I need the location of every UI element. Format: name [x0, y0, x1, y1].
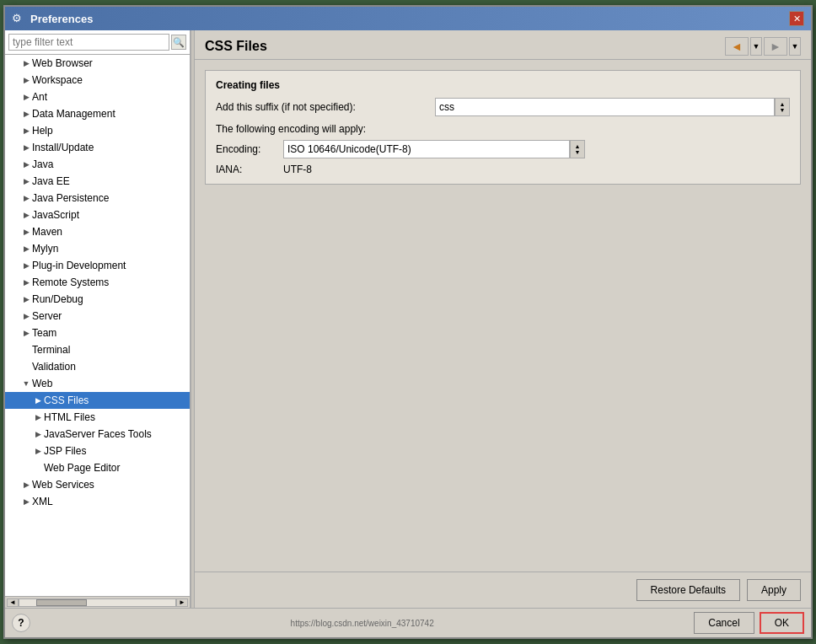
filter-clear-button[interactable]: 🔍 [171, 35, 186, 50]
iana-value: UTF-8 [283, 164, 312, 175]
sidebar-item-workspace[interactable]: Workspace [5, 72, 190, 89]
arrow-icon [20, 74, 32, 86]
left-panel: 🔍 Web Browser Workspace Ant [5, 30, 191, 608]
suffix-input[interactable] [435, 98, 775, 116]
title-bar-left: ⚙ Preferences [12, 12, 93, 25]
sidebar-item-label: Remote Systems [32, 276, 109, 288]
page-title: CSS Files [205, 39, 267, 54]
sidebar-item-label: Terminal [32, 344, 70, 356]
close-button[interactable]: ✕ [789, 11, 804, 26]
sidebar-item-javaserver-faces-tools[interactable]: JavaServer Faces Tools [5, 426, 190, 443]
sidebar-item-run-debug[interactable]: Run/Debug [5, 291, 190, 308]
arrow-icon [20, 310, 32, 322]
arrow-icon [20, 496, 32, 507]
sidebar-item-label: Web Browser [32, 57, 93, 69]
help-button[interactable]: ? [12, 614, 30, 632]
sidebar-item-label: Server [32, 310, 62, 322]
sidebar-item-html-files[interactable]: HTML Files [5, 409, 190, 426]
arrow-icon [20, 91, 32, 103]
sidebar-item-label: Java [32, 158, 53, 170]
horizontal-scrollbar[interactable]: ◄ ► [5, 596, 190, 608]
iana-label: IANA: [216, 164, 283, 175]
sidebar-item-xml[interactable]: XML [5, 493, 190, 510]
footer-buttons: Cancel OK [694, 612, 804, 634]
sidebar-item-server[interactable]: Server [5, 308, 190, 325]
restore-defaults-button[interactable]: Restore Defaults [636, 579, 740, 601]
sidebar-item-validation[interactable]: Validation [5, 358, 190, 375]
sidebar-item-label: HTML Files [44, 411, 95, 423]
scroll-right-btn[interactable]: ► [176, 598, 188, 607]
arrow-icon [32, 428, 44, 440]
sidebar-item-java-ee[interactable]: Java EE [5, 173, 190, 190]
arrow-icon [20, 226, 32, 238]
arrow-icon [20, 293, 32, 305]
sidebar-item-label: Install/Update [32, 142, 94, 153]
sidebar-item-label: Help [32, 125, 53, 137]
arrow-icon [32, 394, 44, 406]
arrow-icon [32, 411, 44, 423]
title-bar: ⚙ Preferences ✕ [5, 7, 811, 30]
sidebar-item-java[interactable]: Java [5, 156, 190, 173]
sidebar-item-label: Mylyn [32, 243, 58, 255]
arrow-icon [20, 142, 32, 153]
sidebar-item-label: Team [32, 327, 56, 339]
sidebar-item-web-services[interactable]: Web Services [5, 476, 190, 493]
scroll-thumb[interactable] [36, 599, 87, 606]
sidebar-item-label: CSS Files [44, 394, 89, 406]
sidebar-item-maven[interactable]: Maven [5, 223, 190, 240]
arrow-icon [20, 192, 32, 204]
nav-back-button[interactable]: ◄ [725, 37, 749, 56]
sidebar-item-remote-systems[interactable]: Remote Systems [5, 274, 190, 291]
creating-files-legend: Creating files [216, 79, 790, 91]
sidebar-item-javascript[interactable]: JavaScript [5, 207, 190, 223]
scroll-track [19, 598, 176, 607]
sidebar-item-plugin-development[interactable]: Plug-in Development [5, 257, 190, 274]
sidebar-item-css-files[interactable]: CSS Files [5, 392, 190, 409]
sidebar-item-terminal[interactable]: Terminal [5, 341, 190, 358]
sidebar-item-label: Run/Debug [32, 293, 83, 305]
sidebar-item-label: Java Persistence [32, 192, 109, 204]
sidebar-item-label: Ant [32, 91, 47, 103]
forward-arrow-icon: ► [770, 40, 781, 53]
nav-forward-button[interactable]: ► [764, 37, 787, 56]
sidebar-item-java-persistence[interactable]: Java Persistence [5, 190, 190, 207]
nav-back-dropdown[interactable]: ▼ [750, 37, 762, 56]
filter-input[interactable] [8, 34, 169, 51]
sidebar-item-label: Validation [32, 361, 76, 373]
nav-forward-dropdown[interactable]: ▼ [789, 37, 801, 56]
iana-row: IANA: UTF-8 [216, 164, 790, 175]
footer-url: https://blog.csdn.net/weixin_43710742 [291, 619, 434, 628]
encoding-spinner[interactable]: ▲ ▼ [570, 140, 585, 158]
apply-button[interactable]: Apply [747, 579, 801, 601]
arrow-icon [32, 462, 44, 474]
sidebar-item-mylyn[interactable]: Mylyn [5, 240, 190, 257]
right-panel: CSS Files ◄ ▼ ► ▼ [195, 30, 811, 608]
sidebar-item-label: Web Services [32, 479, 94, 491]
dialog-icon: ⚙ [12, 12, 25, 25]
sidebar-item-team[interactable]: Team [5, 325, 190, 341]
sidebar-item-ant[interactable]: Ant [5, 89, 190, 105]
sidebar-item-data-management[interactable]: Data Management [5, 105, 190, 122]
scroll-left-btn[interactable]: ◄ [7, 598, 19, 607]
sidebar-item-jsp-files[interactable]: JSP Files [5, 443, 190, 459]
suffix-spinner[interactable]: ▲ ▼ [775, 98, 790, 116]
encoding-input[interactable] [283, 140, 570, 158]
sidebar-item-install-update[interactable]: Install/Update [5, 139, 190, 156]
dialog-title: Preferences [30, 13, 93, 25]
encoding-label: Encoding: [216, 143, 283, 155]
arrow-icon [20, 125, 32, 137]
sidebar-item-web-page-editor[interactable]: Web Page Editor [5, 459, 190, 476]
sidebar-item-help[interactable]: Help [5, 122, 190, 139]
tree: Web Browser Workspace Ant Data Managemen… [5, 55, 190, 596]
suffix-label: Add this suffix (if not specified): [216, 101, 435, 113]
arrow-icon [20, 108, 32, 120]
right-content: Creating files Add this suffix (if not s… [195, 60, 811, 572]
ok-button[interactable]: OK [760, 612, 804, 634]
sidebar-item-web[interactable]: Web [5, 375, 190, 392]
creating-files-section: Creating files Add this suffix (if not s… [205, 70, 801, 185]
arrow-icon [20, 361, 32, 373]
cancel-button[interactable]: Cancel [694, 612, 754, 634]
encoding-row: Encoding: ▲ ▼ [216, 140, 790, 158]
sidebar-item-web-browser[interactable]: Web Browser [5, 55, 190, 72]
arrow-icon [20, 344, 32, 356]
